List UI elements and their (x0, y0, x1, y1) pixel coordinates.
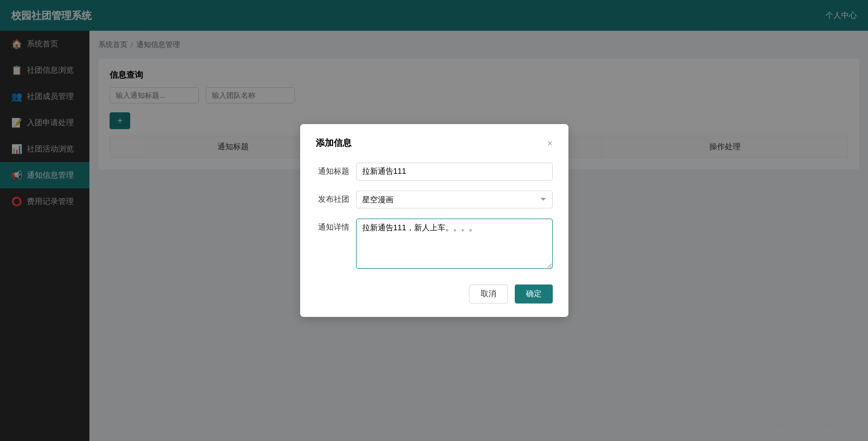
dialog-title: 添加信息 (316, 137, 352, 149)
dialog-close-button[interactable]: × (547, 139, 552, 149)
publish-club-select[interactable]: 星空漫画 (356, 191, 553, 208)
publish-club-label: 发布社团 (316, 191, 349, 205)
modal-overlay: 添加信息 × 通知标题 发布社团 星空漫画 通知详情 拉新通告111，新人上车。… (0, 0, 868, 441)
form-row-notice-detail: 通知详情 拉新通告111，新人上车。。。。 (316, 219, 553, 269)
form-row-notice-title: 通知标题 (316, 163, 553, 181)
add-info-dialog: 添加信息 × 通知标题 发布社团 星空漫画 通知详情 拉新通告111，新人上车。… (300, 124, 568, 317)
notice-title-input[interactable] (356, 163, 553, 181)
notice-title-label: 通知标题 (316, 163, 349, 177)
form-row-publish-club: 发布社团 星空漫画 (316, 191, 553, 208)
dialog-footer: 取消 确定 (316, 284, 553, 304)
notice-detail-label: 通知详情 (316, 219, 349, 233)
cancel-button[interactable]: 取消 (469, 284, 508, 304)
watermark: CSDN @岁月忘忘如歌 (766, 427, 834, 437)
notice-detail-textarea[interactable]: 拉新通告111，新人上车。。。。 (356, 219, 553, 269)
confirm-button[interactable]: 确定 (515, 284, 553, 304)
dialog-header: 添加信息 × (316, 137, 553, 149)
